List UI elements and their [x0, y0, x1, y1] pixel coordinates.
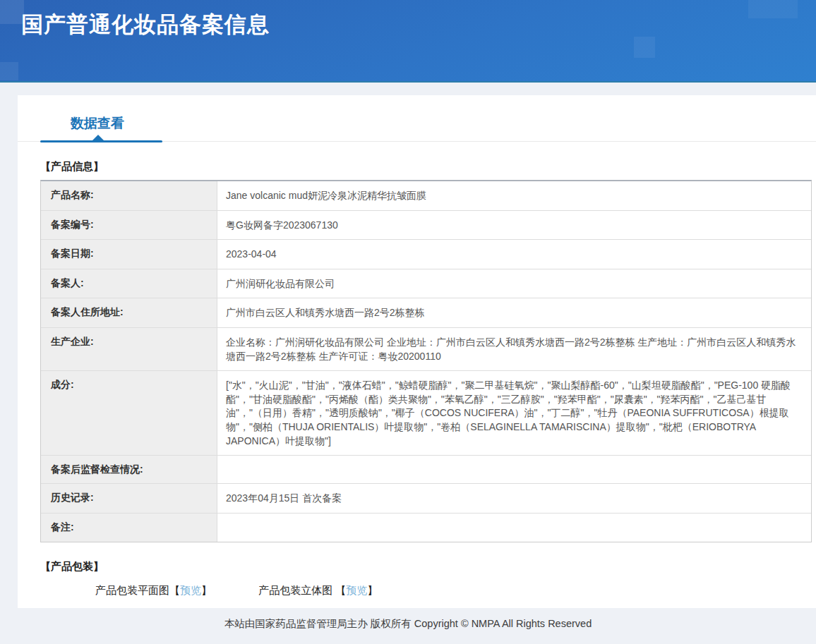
row-label: 生产企业:: [41, 328, 217, 370]
row-value: 企业名称：广州润研化妆品有限公司 企业地址：广州市白云区人和镇秀水塘西一路2号2…: [217, 328, 811, 370]
table-row-product-name: 产品名称: Jane volcanic mud妍泥冷泉冰泥精华抗皱面膜: [41, 181, 811, 211]
row-label: 成分:: [41, 371, 217, 455]
preview-link-flat[interactable]: 预览: [180, 584, 201, 596]
table-row-manufacturer: 生产企业: 企业名称：广州润研化妆品有限公司 企业地址：广州市白云区人和镇秀水塘…: [41, 328, 811, 371]
packaging-flat-item: 产品包装平面图【预览】: [95, 584, 212, 597]
preview-link-3d[interactable]: 预览: [346, 584, 367, 596]
row-value: 广州润研化妆品有限公司: [217, 269, 811, 298]
row-value: 粤G妆网备字2023067130: [217, 211, 811, 240]
header-decor-square: [748, 0, 798, 18]
row-label: 备注:: [41, 514, 217, 542]
row-value: 2023年04月15日 首次备案: [217, 484, 811, 513]
table-row-history: 历史记录: 2023年04月15日 首次备案: [41, 484, 811, 514]
tab-data-view[interactable]: 数据查看: [71, 95, 124, 133]
row-label: 产品名称:: [41, 181, 217, 210]
row-value: ["水"，"火山泥"，"甘油"，"液体石蜡"，"鲸蜡硬脂醇"，"聚二甲基硅氧烷"…: [217, 371, 811, 455]
product-info-section-title: 【产品信息】: [40, 160, 816, 174]
bracket-open: 【: [335, 584, 346, 596]
row-label: 备案人:: [41, 269, 217, 298]
table-row-remarks: 备注:: [41, 514, 811, 542]
packaging-3d-label: 产品包装立体图: [258, 584, 335, 596]
row-label: 历史记录:: [41, 484, 217, 513]
table-row-registrant-address: 备案人住所地址: 广州市白云区人和镇秀水塘西一路2号2栋整栋: [41, 298, 811, 328]
page-header: 国产普通化妆品备案信息: [0, 0, 816, 83]
packaging-3d-item: 产品包装立体图 【预览】: [258, 584, 378, 597]
footer-text: 本站由国家药品监督管理局主办 版权所有 Copyright © NMPA All…: [224, 618, 592, 629]
header-decor-square: [0, 62, 18, 80]
row-label: 备案编号:: [41, 211, 217, 240]
page-title: 国产普通化妆品备案信息: [0, 0, 816, 40]
row-value: 2023-04-04: [217, 240, 811, 269]
row-value: Jane volcanic mud妍泥冷泉冰泥精华抗皱面膜: [217, 181, 811, 210]
active-tab-caret-icon: [92, 135, 104, 140]
tab-bar: 数据查看: [18, 95, 816, 142]
site-footer: 本站由国家药品监督管理局主办 版权所有 Copyright © NMPA All…: [0, 608, 816, 644]
row-value: [217, 514, 811, 542]
bracket-close: 】: [201, 584, 212, 596]
row-value: [217, 456, 811, 483]
product-info-table: 产品名称: Jane volcanic mud妍泥冷泉冰泥精华抗皱面膜 备案编号…: [40, 180, 812, 542]
table-row-ingredients: 成分: ["水"，"火山泥"，"甘油"，"液体石蜡"，"鲸蜡硬脂醇"，"聚二甲基…: [41, 371, 811, 456]
table-row-supervision: 备案后监督检查情况:: [41, 456, 811, 484]
table-row-registration-date: 备案日期: 2023-04-04: [41, 240, 811, 269]
bracket-close: 】: [367, 584, 378, 596]
row-label: 备案后监督检查情况:: [41, 456, 217, 483]
table-row-registration-number: 备案编号: 粤G妆网备字2023067130: [41, 211, 811, 241]
table-row-registrant: 备案人: 广州润研化妆品有限公司: [41, 269, 811, 299]
content-card: 数据查看 【产品信息】 产品名称: Jane volcanic mud妍泥冷泉冰…: [18, 95, 816, 608]
packaging-flat-label: 产品包装平面图: [95, 584, 169, 596]
packaging-section-title: 【产品包装】: [40, 560, 816, 573]
row-value: 广州市白云区人和镇秀水塘西一路2号2栋整栋: [217, 298, 811, 327]
active-tab-underline: [40, 140, 162, 142]
header-decor-square: [0, 0, 24, 24]
row-label: 备案人住所地址:: [41, 298, 217, 327]
header-decor-square: [634, 37, 655, 58]
bracket-open: 【: [169, 584, 180, 596]
row-label: 备案日期:: [41, 240, 217, 269]
packaging-row: 产品包装平面图【预览】 产品包装立体图 【预览】: [95, 584, 816, 597]
